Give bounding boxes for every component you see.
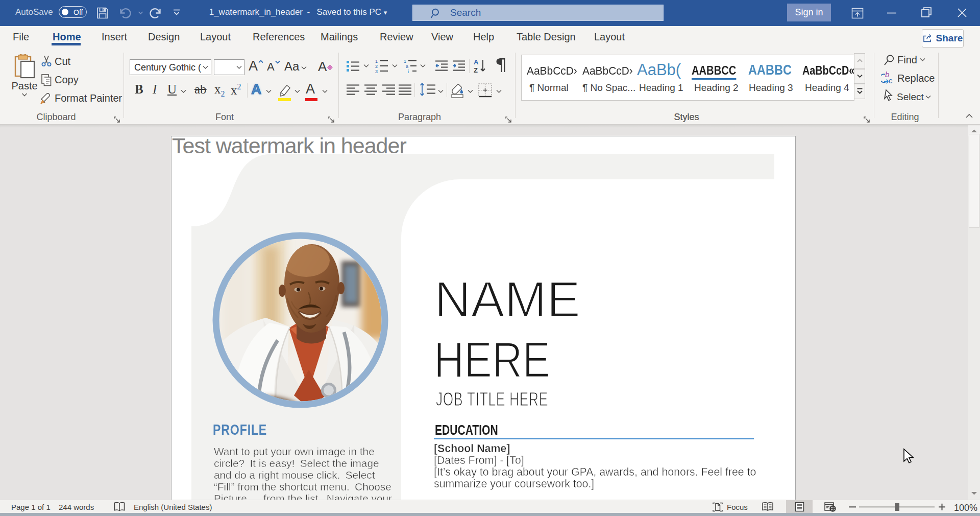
svg-text:3: 3	[375, 69, 378, 73]
svg-text:1: 1	[404, 59, 406, 64]
svg-text:2: 2	[375, 64, 378, 69]
svg-text:c: c	[889, 76, 893, 84]
svg-text:A: A	[474, 58, 479, 66]
svg-text:1: 1	[375, 59, 378, 64]
svg-text:Z: Z	[474, 66, 478, 74]
svg-text:i: i	[408, 69, 409, 73]
svg-text:a: a	[406, 64, 408, 69]
